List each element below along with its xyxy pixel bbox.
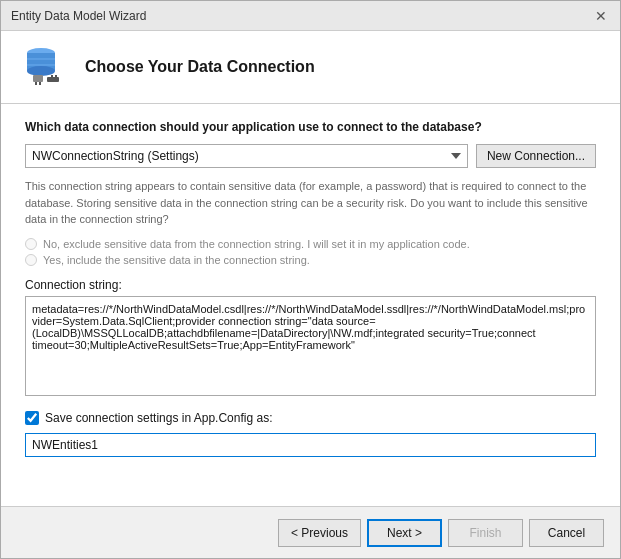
save-checkbox-row: Save connection settings in App.Config a… — [25, 411, 596, 425]
svg-rect-8 — [47, 77, 59, 82]
finish-button[interactable]: Finish — [448, 519, 523, 547]
connection-row: NWConnectionString (Settings) New Connec… — [25, 144, 596, 168]
connection-string-section: Connection string: — [25, 278, 596, 399]
radio-yes-label[interactable]: Yes, include the sensitive data in the c… — [25, 254, 596, 266]
header-title: Choose Your Data Connection — [85, 58, 315, 76]
svg-rect-5 — [33, 75, 43, 82]
radio-yes[interactable] — [25, 254, 37, 266]
radio-no-label[interactable]: No, exclude sensitive data from the conn… — [25, 238, 596, 250]
save-label: Save connection settings in App.Config a… — [45, 411, 272, 425]
connection-string-textarea[interactable] — [25, 296, 596, 396]
connection-dropdown[interactable]: NWConnectionString (Settings) — [25, 144, 468, 168]
dialog-container: Entity Data Model Wizard ✕ — [0, 0, 621, 559]
cancel-button[interactable]: Cancel — [529, 519, 604, 547]
radio-yes-text: Yes, include the sensitive data in the c… — [43, 254, 310, 266]
sensitive-data-info: This connection string appears to contai… — [25, 178, 596, 228]
title-bar-text: Entity Data Model Wizard — [11, 9, 146, 23]
next-button[interactable]: Next > — [367, 519, 442, 547]
app-config-input[interactable] — [25, 433, 596, 457]
section-question: Which data connection should your applic… — [25, 120, 596, 134]
footer: < Previous Next > Finish Cancel — [1, 506, 620, 558]
title-bar: Entity Data Model Wizard ✕ — [1, 1, 620, 31]
conn-string-label: Connection string: — [25, 278, 596, 292]
svg-rect-6 — [35, 82, 37, 85]
new-connection-button[interactable]: New Connection... — [476, 144, 596, 168]
radio-no-text: No, exclude sensitive data from the conn… — [43, 238, 470, 250]
wizard-icon — [21, 43, 69, 91]
svg-point-2 — [27, 66, 55, 76]
previous-button[interactable]: < Previous — [278, 519, 361, 547]
content-area: Which data connection should your applic… — [1, 104, 620, 506]
svg-rect-9 — [51, 75, 53, 77]
svg-rect-7 — [39, 82, 41, 85]
svg-rect-10 — [55, 75, 57, 77]
radio-group: No, exclude sensitive data from the conn… — [25, 238, 596, 266]
close-button[interactable]: ✕ — [592, 7, 610, 25]
header: Choose Your Data Connection — [1, 31, 620, 104]
radio-no[interactable] — [25, 238, 37, 250]
save-checkbox[interactable] — [25, 411, 39, 425]
